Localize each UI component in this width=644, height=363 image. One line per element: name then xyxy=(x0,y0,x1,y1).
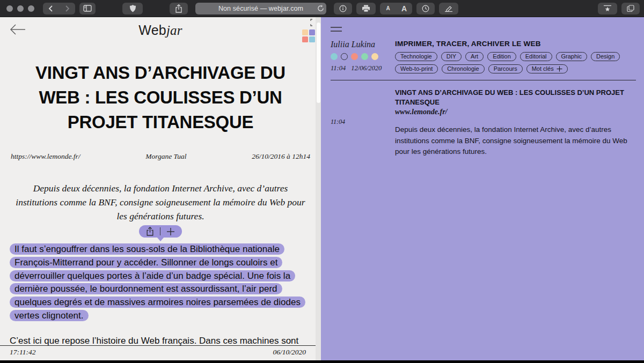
palette-square-purple[interactable] xyxy=(309,29,315,35)
tag-chronologie[interactable]: Chronologie xyxy=(442,64,484,73)
plus-icon xyxy=(557,66,562,72)
board-user-column: Iuliia Lukina 11:04 12/06/2020 xyxy=(331,40,395,73)
hamburger-icon xyxy=(331,27,342,28)
page-info-button[interactable] xyxy=(334,3,352,14)
sidebar-toggle-button[interactable] xyxy=(79,3,96,14)
footer-time: 17:11:42 xyxy=(10,348,36,357)
entry-time-column: 11:04 xyxy=(331,88,395,157)
star-icon xyxy=(603,5,612,12)
logo-jar-text: jar xyxy=(166,23,182,38)
text-highlight[interactable]: Il faut s’engouffrer dans les sous-sols … xyxy=(10,243,305,321)
reload-icon xyxy=(317,5,324,12)
color-palette-widget[interactable] xyxy=(302,29,315,42)
info-icon xyxy=(339,5,347,12)
palette-square-salmon[interactable] xyxy=(302,36,308,42)
arrow-left-icon xyxy=(10,24,26,35)
tag-parcours[interactable]: Parcours xyxy=(488,64,523,73)
dot-mint[interactable] xyxy=(361,53,368,60)
highlighted-paragraph: Il faut s’engouffrer dans les sous-sols … xyxy=(10,243,311,322)
share-icon xyxy=(175,4,182,13)
user-name: Iuliia Lukina xyxy=(331,40,395,49)
tag-graphic[interactable]: Graphic xyxy=(556,52,588,61)
tag-technologie[interactable]: Technologie xyxy=(395,52,437,61)
logo-web-text: Web xyxy=(138,23,166,38)
entry-title-link[interactable]: VINGT ANS D’ARCHIVAGE DU WEB : LES COULI… xyxy=(395,88,634,107)
tag-diy[interactable]: DIY xyxy=(441,52,462,61)
dot-outline[interactable] xyxy=(341,53,348,60)
tag-design[interactable]: Design xyxy=(591,52,620,61)
address-bar[interactable]: Non sécurisé — webjar.com xyxy=(195,3,326,14)
tag-web-to-print[interactable]: Web-to-print xyxy=(395,64,438,73)
privacy-report-button[interactable] xyxy=(122,3,143,14)
add-highlight-button[interactable] xyxy=(166,227,175,236)
share-button[interactable] xyxy=(170,3,188,14)
toolbar-divider xyxy=(160,227,160,235)
increase-text-button[interactable]: A xyxy=(396,3,412,14)
forward-button[interactable] xyxy=(59,3,75,14)
sidebar-icon xyxy=(83,5,92,12)
text-size-controls: A A xyxy=(380,3,412,14)
menu-button[interactable] xyxy=(331,27,342,34)
window-minimize-button[interactable] xyxy=(17,5,24,12)
window-zoom-button[interactable] xyxy=(28,5,34,12)
entry-excerpt: Depuis deux décennies, la fondation Inte… xyxy=(395,124,628,157)
entry-source-url: www.lemonde.fr/ xyxy=(395,108,636,116)
tag-editorial[interactable]: Editorial xyxy=(520,52,552,61)
color-filter-dots xyxy=(331,53,395,60)
scrollbar-thumb[interactable] xyxy=(317,23,320,103)
article-author: Morgane Tual xyxy=(145,152,186,161)
nav-buttons xyxy=(43,3,75,14)
window-close-button[interactable] xyxy=(6,5,13,12)
share-selection-button[interactable] xyxy=(146,227,154,236)
board-info-column: IMPRIMER, TRACER, ARCHIVER LE WEB Techno… xyxy=(395,40,636,73)
article-headline: VINGT ANS D’ARCHIVAGE DU WEB : LES COULI… xyxy=(14,61,307,135)
article-panel: Webjar VINGT ANS D’ARCHIVAGE DU WEB : LE… xyxy=(0,17,321,360)
back-button[interactable] xyxy=(43,3,59,14)
print-button[interactable] xyxy=(356,3,376,14)
footer-date: 06/10/2020 xyxy=(273,348,306,357)
article-source-url: https://www.lemonde.fr/ xyxy=(11,152,80,161)
shield-icon xyxy=(129,4,136,12)
session-datetime: 11:04 12/06/2020 xyxy=(331,64,395,72)
add-tag-button[interactable]: Mot clés xyxy=(526,64,568,73)
history-button[interactable] xyxy=(416,3,435,14)
tab-overview-button[interactable] xyxy=(621,3,640,14)
share-icon xyxy=(146,227,154,236)
favorites-bar-button[interactable] xyxy=(598,3,617,14)
board-header: Iuliia Lukina 11:04 12/06/2020 IMPRIMER,… xyxy=(331,40,636,73)
entry-content-column: VINGT ANS D’ARCHIVAGE DU WEB : LES COULI… xyxy=(395,88,636,157)
tabs-icon xyxy=(627,5,634,12)
bottom-strip xyxy=(0,360,644,362)
article-byline: https://www.lemonde.fr/ Morgane Tual 26/… xyxy=(11,152,310,161)
address-text: Non sécurisé — webjar.com xyxy=(195,5,326,12)
markup-button[interactable] xyxy=(439,3,458,14)
tag-list: Technologie DIY Art Edition Editorial Gr… xyxy=(395,52,636,73)
decrease-text-button[interactable]: A xyxy=(380,3,396,14)
entry-time: 11:04 xyxy=(331,118,395,126)
dot-salmon[interactable] xyxy=(351,53,358,60)
browser-chrome: Non sécurisé — webjar.com A A xyxy=(0,0,644,17)
back-to-list-button[interactable] xyxy=(10,24,26,37)
add-tag-label: Mot clés xyxy=(532,65,554,72)
board-title: IMPRIMER, TRACER, ARCHIVER LE WEB xyxy=(395,40,636,48)
palette-square-blue[interactable] xyxy=(309,36,315,42)
reload-button[interactable] xyxy=(317,5,324,12)
board-divider xyxy=(331,80,636,80)
archive-panel: Iuliia Lukina 11:04 12/06/2020 IMPRIMER,… xyxy=(321,17,644,360)
tag-edition[interactable]: Edition xyxy=(487,52,516,61)
annotation-toolbar xyxy=(139,225,182,238)
session-date: 12/06/2020 xyxy=(351,64,382,72)
dot-peach[interactable] xyxy=(371,53,378,60)
small-a-label: A xyxy=(386,5,390,11)
palette-square-peach[interactable] xyxy=(302,29,308,35)
printer-icon xyxy=(362,5,370,12)
tag-art[interactable]: Art xyxy=(465,52,484,61)
chevron-right-icon xyxy=(64,5,70,12)
dot-teal[interactable] xyxy=(331,53,338,60)
large-a-label: A xyxy=(401,4,407,13)
pencil-icon xyxy=(444,5,453,12)
webjar-logo: Webjar xyxy=(0,23,321,38)
plus-icon xyxy=(166,227,175,236)
article-date: 26/10/2016 à 12h14 xyxy=(252,152,310,161)
chevron-left-icon xyxy=(48,5,54,12)
